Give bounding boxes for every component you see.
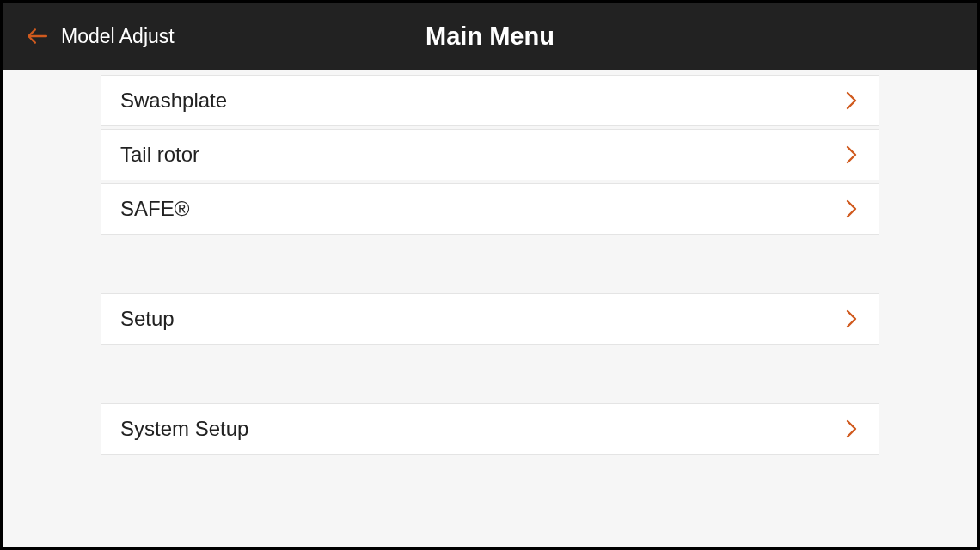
- menu-group-3: System Setup: [101, 403, 879, 455]
- menu-item-safe[interactable]: SAFE®: [101, 183, 879, 235]
- menu-item-system-setup[interactable]: System Setup: [101, 403, 879, 455]
- chevron-right-icon: [844, 311, 860, 327]
- back-button[interactable]: Model Adjust: [25, 24, 175, 48]
- menu-group-2: Setup: [101, 293, 879, 345]
- menu-item-label: Tail rotor: [120, 143, 199, 167]
- menu-item-label: System Setup: [120, 417, 248, 441]
- back-label: Model Adjust: [61, 25, 175, 48]
- menu-item-label: SAFE®: [120, 197, 189, 221]
- menu-item-swashplate[interactable]: Swashplate: [101, 75, 879, 126]
- header-bar: Model Adjust Main Menu: [3, 3, 977, 70]
- chevron-right-icon: [844, 147, 860, 162]
- menu-group-1: Swashplate Tail rotor SAFE®: [101, 75, 879, 235]
- menu-item-tail-rotor[interactable]: Tail rotor: [101, 129, 879, 180]
- back-arrow-icon: [25, 24, 49, 48]
- chevron-right-icon: [844, 201, 860, 217]
- chevron-right-icon: [844, 93, 860, 108]
- content-area: Swashplate Tail rotor SAFE®: [3, 70, 977, 547]
- chevron-right-icon: [844, 421, 860, 437]
- menu-item-setup[interactable]: Setup: [101, 293, 879, 345]
- menu-item-label: Setup: [120, 307, 175, 331]
- menu-item-label: Swashplate: [120, 89, 227, 113]
- page-title: Main Menu: [426, 22, 554, 51]
